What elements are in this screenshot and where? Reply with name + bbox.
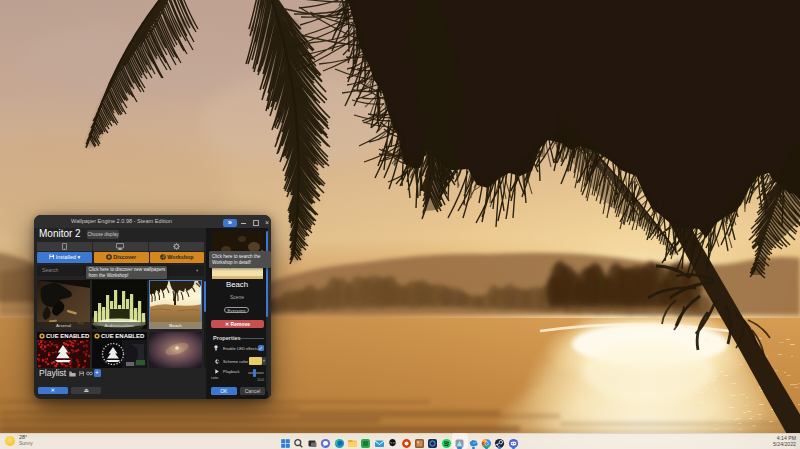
svg-text:CUE ENABLED: CUE ENABLED [101, 333, 145, 339]
svg-text:CUE ENABLED: CUE ENABLED [46, 333, 90, 339]
